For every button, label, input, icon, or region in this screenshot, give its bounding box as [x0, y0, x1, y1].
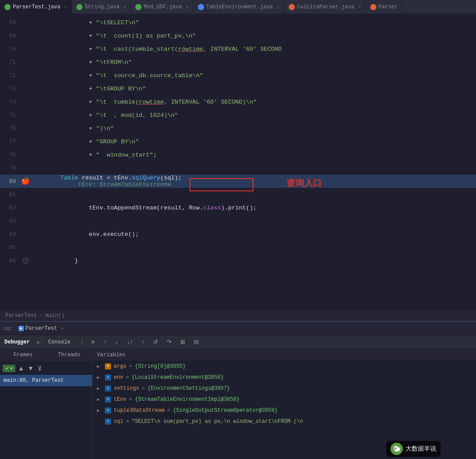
- var-name-tenv: tEnv: [114, 396, 126, 403]
- tab-parser[interactable]: Parser: [366, 0, 402, 14]
- tab-modudf[interactable]: Mod_UDF.java ✕: [131, 0, 193, 14]
- toolbar-menu-btn[interactable]: ≡: [89, 338, 97, 346]
- var-expand-tuple3[interactable]: ▶: [97, 408, 102, 413]
- line-num-78: 78: [0, 152, 21, 158]
- toolbar-evaluate-btn[interactable]: ↷: [165, 338, 173, 346]
- var-expand-settings[interactable]: ▶: [97, 386, 102, 391]
- code-line-80[interactable]: 80 🍎 Table result = tEnv.sqlQuery(sql); …: [0, 175, 476, 188]
- var-icon-env: ≡: [105, 374, 111, 381]
- frame-item[interactable]: main:80, ParserTest: [0, 375, 92, 386]
- gutter-80: 🍎: [21, 177, 30, 186]
- toolbar-step-over-btn[interactable]: ↑: [102, 338, 108, 346]
- debug-session-tabs: ug: ▶ ParserTest ✕: [0, 322, 476, 335]
- tab-threads[interactable]: Threads: [46, 349, 93, 362]
- tab-icon-modudf: [135, 4, 141, 10]
- console-tab[interactable]: Console: [48, 339, 70, 345]
- var-expand-tenv[interactable]: ▶: [97, 397, 102, 402]
- tab-string[interactable]: String.java ✕: [72, 0, 131, 14]
- var-item-settings[interactable]: ▶ ≡ settings = {EnvironmentSettings@3857…: [93, 383, 476, 394]
- debug-tab-label: ParserTest: [26, 325, 57, 332]
- toolbar-run-btn[interactable]: ↑: [140, 338, 146, 346]
- line-num-81: 81: [0, 191, 21, 198]
- debug-left-toolbar: ✔ ▾ ▲ ▼ ⊻: [0, 362, 92, 375]
- debug-panel: ug: ▶ ParserTest ✕ Debugger ▶ Console | …: [0, 321, 476, 459]
- line-content-83: [30, 218, 476, 224]
- var-name-settings: settings: [114, 385, 139, 392]
- toolbar-step-into-btn[interactable]: ↓: [113, 338, 120, 346]
- code-line-84: 84 env.execute();: [0, 228, 476, 241]
- tab-label-tableenv: TableEnvironment.java: [206, 4, 273, 10]
- tab-label-calcite: CalciteParser.java: [297, 4, 354, 10]
- watermark-icon: 🐑: [390, 443, 403, 455]
- var-item-args[interactable]: ▶ P args = {String[0]@3855}: [93, 361, 476, 372]
- line-content-86[interactable]: }: [30, 251, 476, 271]
- debug-toolbar: Debugger ▶ Console | ≡ ↑ ↓ ↓↑ ↑ ↺ ↷ ⊞ ⊟: [0, 335, 476, 349]
- debug-left-panel: Frames Threads ✔ ▾ ▲ ▼ ⊻ main:80, Parser…: [0, 349, 93, 459]
- tab-bar: ParserTest.java ✕ String.java ✕ Mod_UDF.…: [0, 0, 476, 14]
- up-btn[interactable]: ▲: [17, 364, 25, 373]
- var-value-tenv: {StreamTableEnvironmentImpl@3858}: [135, 396, 240, 403]
- line-num-75: 75: [0, 112, 21, 119]
- var-expand-env[interactable]: ▶: [97, 375, 102, 380]
- var-value-args: {String[0]@3855}: [135, 363, 186, 369]
- code-lines: 68 + "\tSELECT\n" 69 + "\t count(1) as p…: [0, 14, 476, 269]
- breakpoint-icon[interactable]: 🍎: [21, 177, 30, 186]
- var-value-tuple3: {SingleOutputStreamOperator@3859}: [173, 407, 278, 414]
- toolbar-step-out-btn[interactable]: ↓↑: [125, 338, 134, 346]
- line-num-77: 77: [0, 138, 21, 145]
- code-editor: 68 + "\tSELECT\n" 69 + "\t count(1) as p…: [0, 14, 476, 310]
- check-button[interactable]: ✔ ▾: [3, 365, 15, 372]
- debug-tab-close[interactable]: ✕: [61, 325, 64, 331]
- var-name-sql: sql: [114, 418, 123, 425]
- tab-close-modudf[interactable]: ✕: [186, 4, 189, 10]
- tab-close-tableenv[interactable]: ✕: [277, 4, 279, 10]
- tab-frames[interactable]: Frames: [0, 349, 46, 362]
- filter-btn[interactable]: ⊻: [37, 364, 43, 373]
- line-num-82: 82: [0, 205, 21, 211]
- tab-icon-string: [76, 4, 82, 10]
- var-item-tenv[interactable]: ▶ ≡ tEnv = {StreamTableEnvironmentImpl@3…: [93, 394, 476, 405]
- line-num-86: 86: [0, 257, 21, 264]
- tab-label-string: String.java: [85, 4, 119, 10]
- toolbar-frames-btn[interactable]: ⊞: [178, 338, 187, 346]
- tab-close-string[interactable]: ✕: [123, 4, 126, 10]
- tab-close-calcite[interactable]: ✕: [358, 4, 361, 10]
- code-line-82: 82 tEnv.toAppendStream(result, Row.class…: [0, 201, 476, 214]
- code-line-78: 78 + " window_start";: [0, 148, 476, 161]
- line-num-79: 79: [0, 165, 21, 172]
- var-icon-sql: ≡: [105, 418, 111, 425]
- line-num-70: 70: [0, 46, 21, 52]
- tab-label-parser: Parser: [379, 4, 398, 10]
- breadcrumb-method: main(): [45, 313, 64, 319]
- toolbar-watches-btn[interactable]: ⊟: [192, 338, 201, 346]
- var-item-sql[interactable]: ▶ ≡ sql = "SELECT\n sum(part_pv) as pv,\…: [93, 416, 476, 427]
- line-num-83: 83: [0, 218, 21, 224]
- line-num-74: 74: [0, 99, 21, 105]
- breadcrumb: ParserTest › main(): [0, 310, 476, 321]
- tab-parsertest[interactable]: ParserTest.java ✕: [0, 0, 72, 14]
- frame-label: main:80, ParserTest: [4, 377, 64, 384]
- tab-close-parsertest[interactable]: ✕: [64, 4, 67, 10]
- var-expand-sql: ▶: [97, 419, 102, 424]
- fold-icon[interactable]: [22, 257, 29, 264]
- tab-tableenv[interactable]: TableEnvironment.java ✕: [193, 0, 284, 14]
- watermark-text: 大数据羊说: [405, 445, 436, 453]
- line-num-71: 71: [0, 59, 21, 66]
- var-name-tuple3: tuple3DataStream: [114, 407, 164, 414]
- debug-tab-parsertest[interactable]: ▶ ParserTest ✕: [16, 325, 67, 332]
- tab-label-modudf: Mod_UDF.java: [144, 4, 182, 10]
- toolbar-resume-btn[interactable]: ↺: [151, 338, 160, 346]
- debugger-tab[interactable]: Debugger: [4, 339, 30, 345]
- var-item-env[interactable]: ▶ ≡ env = {LocalStreamEnvironment@3856}: [93, 372, 476, 383]
- watermark: 🐑 大数据羊说: [386, 441, 441, 457]
- tab-calcite[interactable]: CalciteParser.java ✕: [284, 0, 366, 14]
- line-num-72: 72: [0, 72, 21, 79]
- variables-header: Variables: [93, 349, 476, 361]
- line-num-84: 84: [0, 231, 21, 238]
- var-item-tuple3[interactable]: ▶ ≡ tuple3DataStream = {SingleOutputStre…: [93, 405, 476, 416]
- code-line-86: 86 }: [0, 254, 476, 267]
- var-value-settings: {EnvironmentSettings@3857}: [148, 385, 230, 392]
- breadcrumb-separator: ›: [40, 313, 43, 319]
- var-expand-args[interactable]: ▶: [97, 364, 102, 369]
- down-btn[interactable]: ▼: [27, 364, 35, 373]
